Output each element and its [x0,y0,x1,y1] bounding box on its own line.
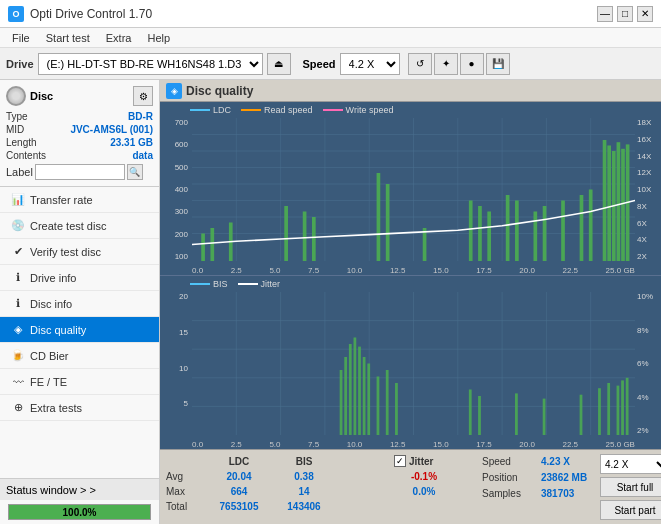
sidebar-item-drive-info[interactable]: ℹ Drive info [0,265,159,291]
sidebar-item-create-test-disc[interactable]: 💿 Create test disc [0,213,159,239]
content-area: ◈ Disc quality LDC Read speed [160,80,661,524]
sidebar-item-fe-te[interactable]: 〰 FE / TE [0,369,159,395]
ldc-col-header: LDC [204,456,274,467]
app-icon: O [8,6,24,22]
svg-rect-56 [349,344,352,435]
disc-icon [6,86,26,106]
refresh-button[interactable]: ↺ [408,53,432,75]
jitter-legend: Jitter [238,279,281,289]
avg-ldc-value: 20.04 [204,471,274,482]
status-window-button[interactable]: Status window > > [0,478,159,500]
start-full-button[interactable]: Start full [600,477,661,497]
disc-label-search-button[interactable]: 🔍 [127,164,143,180]
sidebar-item-transfer-rate[interactable]: 📊 Transfer rate [0,187,159,213]
disc-quality-icon: ◈ [10,322,26,338]
sidebar-item-disc-quality[interactable]: ◈ Disc quality [0,317,159,343]
menu-start-test[interactable]: Start test [38,28,98,47]
progress-text: 100.0% [63,507,97,518]
title-bar: O Opti Drive Control 1.70 — □ ✕ [0,0,661,28]
total-bis-value: 143406 [274,501,334,512]
svg-rect-23 [386,184,390,261]
y-axis-right-bottom: 10% 8% 6% 4% 2% [635,292,661,435]
drive-label: Drive [6,58,34,70]
drive-select[interactable]: (E:) HL-DT-ST BD-RE WH16NS48 1.D3 [38,53,263,75]
sidebar-item-verify-test-disc[interactable]: ✔ Verify test disc [0,239,159,265]
ldc-legend-color [190,109,210,111]
jitter-legend-label: Jitter [261,279,281,289]
start-speed-select[interactable]: 4.2 X [600,454,661,474]
jitter-max-value: 0.0% [394,486,454,497]
progress-bar: 100.0% [8,504,151,520]
svg-rect-65 [478,396,481,435]
menu-help[interactable]: Help [139,28,178,47]
record-button[interactable]: ● [460,53,484,75]
chart-top-legend: LDC Read speed Write speed [160,102,661,118]
maximize-button[interactable]: □ [617,6,633,22]
speed-position-section: Speed 4.23 X Position 23862 MB Samples 3… [482,454,592,500]
disc-type-label: Type [6,111,28,122]
disc-mid-row: MID JVC-AMS6L (001) [6,123,153,136]
sidebar-item-cd-bier[interactable]: 🍺 CD Bier [0,343,159,369]
svg-rect-70 [607,383,610,435]
jitter-checkbox[interactable]: ✓ [394,455,406,467]
speed-row: Speed 4.23 X [482,454,592,468]
progress-section: 100.0% [0,500,159,524]
stats-table: LDC BIS Avg 20.04 0.38 Max 664 14 Total [166,454,386,513]
sidebar-item-extra-tests[interactable]: ⊕ Extra tests [0,395,159,421]
jitter-avg-value: -0.1% [394,471,454,482]
start-part-button[interactable]: Start part [600,500,661,520]
sidebar-item-label: Transfer rate [30,194,93,206]
svg-rect-71 [617,386,620,435]
ldc-legend-label: LDC [213,105,231,115]
fe-te-icon: 〰 [10,374,26,390]
close-button[interactable]: ✕ [637,6,653,22]
svg-rect-61 [377,377,380,436]
speed-select[interactable]: 4.2 X [340,53,400,75]
write-speed-legend-label: Write speed [346,105,394,115]
svg-rect-64 [469,390,472,436]
start-section: 4.2 X Start full Start part [600,454,661,520]
jitter-max-row: 0.0% [394,484,474,498]
position-value: 23862 MB [541,472,587,483]
window-controls: — □ ✕ [597,6,653,22]
jitter-avg-row: -0.1% [394,469,474,483]
disc-panel: Disc ⚙ Type BD-R MID JVC-AMS6L (001) Len… [0,80,159,187]
menu-file[interactable]: File [4,28,38,47]
content-header: ◈ Disc quality [160,80,661,102]
svg-rect-20 [303,212,307,262]
minimize-button[interactable]: — [597,6,613,22]
cd-bier-icon: 🍺 [10,348,26,364]
chart-bottom-legend: BIS Jitter [160,276,661,292]
svg-rect-25 [469,201,473,262]
disc-label-row: Label 🔍 [6,162,153,180]
position-label: Position [482,472,537,483]
bis-legend-label: BIS [213,279,228,289]
sidebar-item-label: FE / TE [30,376,67,388]
chart-top-svg [192,118,635,261]
disc-settings-button[interactable]: ⚙ [133,86,153,106]
read-speed-legend-label: Read speed [264,105,313,115]
read-speed-legend: Read speed [241,105,313,115]
svg-rect-29 [515,201,519,262]
max-ldc-value: 664 [204,486,274,497]
svg-rect-58 [358,347,361,435]
menu-extra[interactable]: Extra [98,28,140,47]
max-bis-value: 14 [274,486,334,497]
sidebar-item-disc-info[interactable]: ℹ Disc info [0,291,159,317]
total-ldc-value: 7653105 [204,501,274,512]
x-axis-bottom: 0.02.55.07.510.012.515.017.520.022.525.0… [192,440,635,449]
sidebar: Disc ⚙ Type BD-R MID JVC-AMS6L (001) Len… [0,80,160,524]
disc-label-input[interactable] [35,164,125,180]
bis-col-header: BIS [274,456,334,467]
svg-rect-36 [607,146,611,262]
svg-rect-72 [621,380,624,435]
charts-container: LDC Read speed Write speed [160,102,661,449]
transfer-rate-icon: 📊 [10,192,26,208]
x-axis-top: 0.02.55.07.510.012.515.017.520.022.525.0… [192,266,635,275]
y-axis-left-bottom: 20 15 10 5 [160,292,190,435]
eject-button[interactable]: ⏏ [267,53,291,75]
bis-legend: BIS [190,279,228,289]
save-button[interactable]: 💾 [486,53,510,75]
star-button[interactable]: ✦ [434,53,458,75]
svg-rect-59 [363,357,366,435]
